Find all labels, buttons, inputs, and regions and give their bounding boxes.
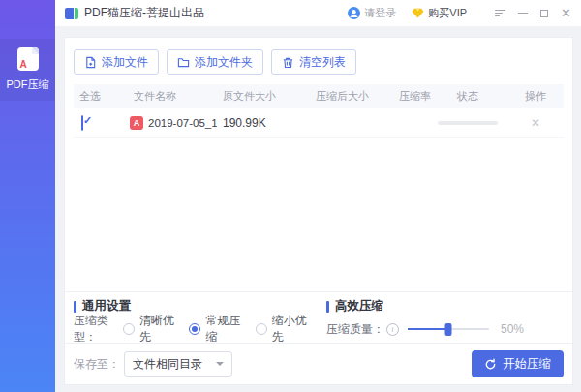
- col-original-size: 原文件大小: [217, 89, 310, 104]
- col-filename: 文件名称: [128, 89, 217, 104]
- save-to-label: 保存至：: [74, 356, 120, 373]
- start-compress-button[interactable]: 开始压缩: [472, 350, 564, 377]
- trash-icon: [282, 56, 294, 69]
- add-folder-button[interactable]: 添加文件夹: [167, 49, 263, 75]
- toolbar: 添加文件 添加文件夹 清空列表: [65, 38, 572, 84]
- quality-slider-fill: [408, 328, 448, 330]
- app-logo-icon: [65, 8, 78, 19]
- quality-label: 压缩质量：: [326, 321, 384, 338]
- section-accent-bar: [326, 301, 329, 313]
- clear-list-button[interactable]: 清空列表: [271, 49, 356, 75]
- add-file-icon: [84, 56, 97, 69]
- add-folder-icon: [177, 56, 190, 69]
- add-file-label: 添加文件: [102, 54, 148, 71]
- section-accent-bar: [74, 301, 76, 313]
- col-operation: 操作: [507, 89, 564, 104]
- remove-row-icon[interactable]: ✕: [507, 116, 564, 130]
- titlebar: PDF猫压缩-菩提山出品 请登录 购买VIP: [55, 0, 581, 26]
- original-size-value: 190.99K: [217, 116, 310, 130]
- close-button[interactable]: ✕: [561, 6, 571, 21]
- quality-slider-handle[interactable]: [445, 323, 452, 336]
- general-settings-section: 通用设置 压缩类型： 清晰优先 常规压缩 缩小优先: [65, 299, 321, 337]
- sidebar-item-label: PDF压缩: [7, 77, 49, 92]
- row-checkbox[interactable]: [81, 115, 83, 131]
- app-window: A PDF压缩 PDF猫压缩-菩提山出品 请登录: [0, 0, 581, 392]
- compress-type-option[interactable]: 清晰优先: [123, 313, 176, 346]
- main-panel: 添加文件 添加文件夹 清空列表 全选 文件名称 原文件大小 压缩后大小 压缩率 …: [64, 37, 573, 385]
- add-file-button[interactable]: 添加文件: [74, 49, 159, 75]
- maximize-button[interactable]: [540, 6, 548, 21]
- buy-vip-button[interactable]: 购买VIP: [412, 6, 467, 20]
- info-icon: i: [386, 323, 399, 336]
- save-path-value: 文件相同目录: [133, 356, 202, 373]
- quality-slider[interactable]: [408, 323, 489, 336]
- col-status: 状态: [438, 89, 507, 104]
- col-ratio: 压缩率: [393, 89, 438, 104]
- refresh-icon: [484, 358, 497, 371]
- status-progress-bar: [438, 121, 498, 125]
- sidebar-item-pdf-compress[interactable]: A PDF压缩: [0, 39, 55, 101]
- compress-type-label: 压缩类型：: [74, 313, 123, 346]
- window-title: PDF猫压缩-菩提山出品: [84, 5, 204, 21]
- save-path-dropdown[interactable]: 文件相同目录: [124, 351, 232, 377]
- login-label: 请登录: [364, 6, 396, 20]
- radio-label: 缩小优先: [272, 313, 309, 346]
- login-button[interactable]: 请登录: [348, 6, 396, 20]
- footer-bar: 保存至： 文件相同目录 开始压缩: [65, 344, 572, 384]
- user-icon: [348, 7, 360, 19]
- sidebar: A PDF压缩: [0, 0, 55, 392]
- file-list-empty-area: [65, 138, 572, 291]
- table-row: A 2019-07-05_1152... 190.99K ✕: [74, 108, 564, 138]
- table-header: 全选 文件名称 原文件大小 压缩后大小 压缩率 状态 操作: [74, 84, 564, 108]
- file-name: 2019-07-05_1152...: [148, 117, 217, 129]
- vip-gem-icon: [412, 7, 424, 19]
- radio-label: 清晰优先: [139, 313, 176, 346]
- chevron-down-icon: [216, 362, 224, 366]
- compress-type-option[interactable]: 缩小优先: [256, 313, 309, 346]
- compress-type-option[interactable]: 常规压缩: [189, 313, 242, 346]
- general-settings-title-row: 通用设置: [74, 299, 321, 314]
- start-compress-label: 开始压缩: [503, 356, 551, 373]
- radio-label: 常规压缩: [205, 313, 242, 346]
- pdf-book-icon: A: [17, 47, 39, 71]
- clear-list-label: 清空列表: [299, 54, 346, 71]
- radio-icon: [123, 323, 135, 335]
- efficient-compress-title-row: 高效压缩: [326, 299, 572, 314]
- radio-icon: [256, 323, 267, 335]
- radio-icon: [189, 323, 200, 335]
- efficient-compress-section: 高效压缩 压缩质量： i 50%: [321, 299, 572, 337]
- pdf-file-icon: A: [130, 116, 143, 130]
- efficient-compress-title: 高效压缩: [335, 298, 383, 315]
- quality-value: 50%: [501, 322, 524, 336]
- vip-label: 购买VIP: [428, 6, 467, 20]
- settings-area: 通用设置 压缩类型： 清晰优先 常规压缩 缩小优先: [65, 292, 572, 343]
- col-compressed-size: 压缩后大小: [310, 89, 393, 104]
- menu-icon[interactable]: [495, 6, 505, 21]
- minimize-button[interactable]: [518, 6, 528, 21]
- add-folder-label: 添加文件夹: [195, 54, 253, 71]
- col-select-all: 全选: [74, 89, 128, 104]
